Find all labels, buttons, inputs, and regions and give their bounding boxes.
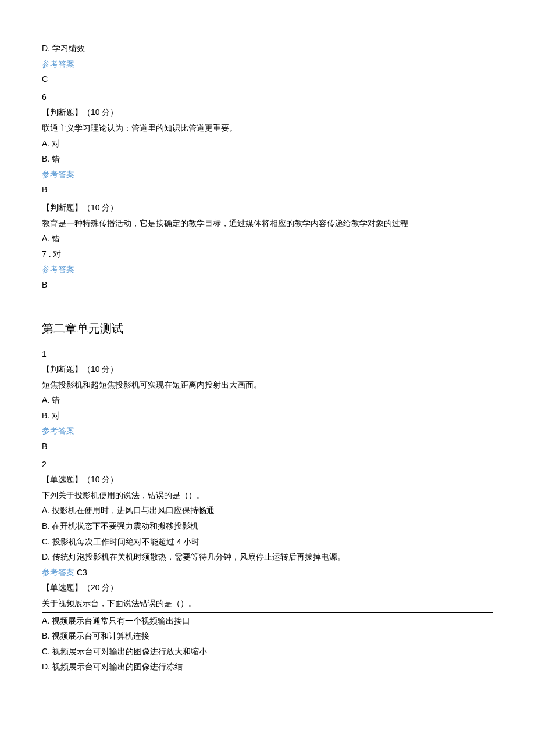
chapter-title: 第二章单元测试 <box>42 317 493 339</box>
question-type: 【单选题】（10 分） <box>42 472 493 488</box>
option-d: D. 视频展示台可对输出的图像进行冻结 <box>42 659 493 675</box>
answer-text: B <box>42 277 493 293</box>
question-stem: 短焦投影机和超短焦投影机可实现在短距离内投射出大画面。 <box>42 377 493 393</box>
question-stem: 关于视频展示台，下面说法错误的是（）。 <box>42 596 493 613</box>
answer-text: C3 <box>74 568 87 577</box>
question-type: 【判断题】（10 分） <box>42 361 493 377</box>
answer-label: 参考答案 <box>42 167 493 182</box>
answer-label: 参考答案 <box>42 56 493 72</box>
option-c: C. 视频展示台可对输出的图像进行放大和缩小 <box>42 644 493 660</box>
question-number: 2 <box>42 457 493 472</box>
option-d: D. 传统灯泡投影机在关机时须散热，需要等待几分钟，风扇停止运转后再拔掉电源。 <box>42 549 493 565</box>
question-stem-row: 关于视频展示台，下面说法错误的是（）。 <box>42 596 493 613</box>
option-a: A. 对 <box>42 136 493 152</box>
option-b: B. 对 <box>42 408 493 424</box>
answer-label: 参考答案 <box>42 423 493 439</box>
question-stem: 教育是一种特殊传播活动，它是按确定的教学目标，通过媒体将相应的教学内容传递给教学… <box>42 216 493 231</box>
option-b: B. 视频展示台可和计算机连接 <box>42 628 493 644</box>
option-b: B. 错 <box>42 151 493 167</box>
option-b: 7 . 对 <box>42 246 493 262</box>
answer-text: C <box>42 71 493 87</box>
option-a: A. 投影机在使用时，进风口与出风口应保持畅通 <box>42 503 493 518</box>
question-number: 6 <box>42 89 493 105</box>
answer-label: 参考答案 <box>42 261 493 277</box>
option-a: A. 错 <box>42 392 493 408</box>
question-type: 【判断题】（10 分） <box>42 200 493 216</box>
question-number: 1 <box>42 346 493 362</box>
answer-label: 参考答案 <box>42 568 74 577</box>
question-stem: 联通主义学习理论认为：管道里的知识比管道更重要。 <box>42 120 493 136</box>
question-type: 【单选题】（20 分） <box>42 580 493 596</box>
option-b: B. 在开机状态下不要强力震动和搬移投影机 <box>42 518 493 534</box>
answer-text: B <box>42 182 493 198</box>
answer-line: 参考答案 C3 <box>42 565 493 581</box>
question-stem: 下列关于投影机使用的说法，错误的是（）。 <box>42 488 493 503</box>
option-a: A. 视频展示台通常只有一个视频输出接口 <box>42 613 493 629</box>
option-a: A. 错 <box>42 231 493 246</box>
question-type: 【判断题】（10 分） <box>42 105 493 120</box>
answer-text: B <box>42 439 493 454</box>
option-d: D. 学习绩效 <box>42 41 493 56</box>
option-c: C. 投影机每次工作时间绝对不能超过 4 小时 <box>42 534 493 550</box>
